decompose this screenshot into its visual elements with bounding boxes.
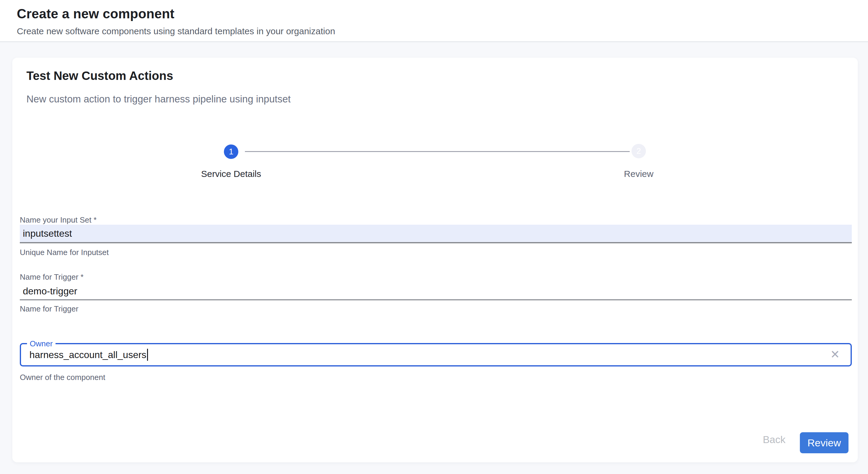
owner-field[interactable]: Owner harness_account_all_users ✕ bbox=[20, 343, 852, 366]
wizard-title: Test New Custom Actions bbox=[26, 68, 173, 83]
step-2-number: 2 bbox=[636, 147, 641, 156]
wizard-description: New custom action to trigger harness pip… bbox=[26, 93, 290, 105]
input-set-value: inputsettest bbox=[23, 228, 72, 239]
page-header: Create a new component Create new softwa… bbox=[0, 0, 868, 42]
owner-label: Owner bbox=[27, 339, 56, 348]
content-area: Test New Custom Actions New custom actio… bbox=[0, 42, 868, 474]
owner-helper: Owner of the component bbox=[20, 373, 105, 382]
review-button[interactable]: Review bbox=[800, 432, 848, 453]
step-2-label: Review bbox=[579, 168, 699, 180]
stepper-connector bbox=[245, 151, 630, 152]
input-set-field[interactable]: inputsettest bbox=[20, 225, 852, 243]
trigger-value: demo-trigger bbox=[23, 286, 77, 297]
text-caret bbox=[147, 349, 148, 361]
page-title: Create a new component bbox=[17, 6, 868, 22]
step-1-indicator[interactable]: 1 bbox=[224, 145, 238, 159]
back-button[interactable]: Back bbox=[763, 434, 785, 445]
trigger-helper: Name for Trigger bbox=[20, 304, 78, 314]
input-set-helper: Unique Name for Inputset bbox=[20, 247, 108, 257]
trigger-label: Name for Trigger * bbox=[20, 272, 84, 282]
clear-icon[interactable]: ✕ bbox=[830, 349, 840, 360]
input-set-label: Name your Input Set * bbox=[20, 215, 97, 225]
step-1-label: Service Details bbox=[171, 168, 291, 180]
wizard-card: Test New Custom Actions New custom actio… bbox=[12, 58, 858, 462]
step-2-indicator[interactable]: 2 bbox=[631, 144, 646, 158]
trigger-field[interactable]: demo-trigger bbox=[20, 283, 852, 300]
page-subtitle: Create new software components using sta… bbox=[17, 26, 868, 37]
step-1-number: 1 bbox=[229, 147, 233, 156]
owner-value: harness_account_all_users bbox=[29, 349, 147, 360]
